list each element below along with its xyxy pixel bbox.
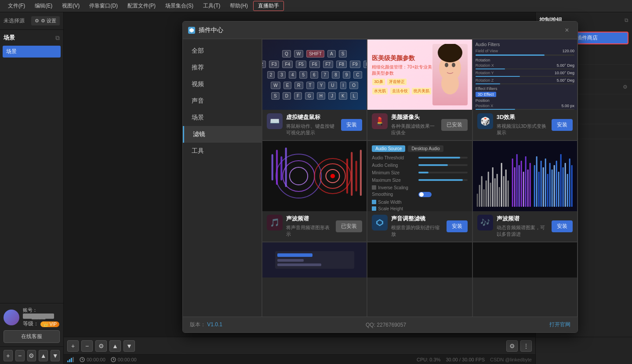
beauty-subtitle: 精细化颜值管理：70+款专业美颜美型参数	[372, 64, 432, 76]
menu-file[interactable]: 文件(F)	[4, 1, 29, 11]
nav-audio[interactable]: 声音	[183, 93, 262, 109]
smoothing-row: Smoothing	[372, 192, 467, 197]
nav-video[interactable]: 视频	[183, 76, 262, 93]
inverse-label: Inverse Scaling	[378, 185, 408, 190]
settings-button[interactable]: ⚙ ⚙ 设置	[31, 16, 60, 25]
svg-rect-70	[67, 360, 69, 362]
add-source-button[interactable]: +	[67, 340, 79, 352]
svg-line-76	[82, 360, 83, 360]
svg-rect-46	[529, 163, 530, 207]
svg-point-2	[441, 72, 459, 94]
modal-body: 全部 推荐 视频 声音 场景 滤镜 工具	[183, 39, 578, 317]
customer-service-button[interactable]: 在线客服	[4, 330, 60, 343]
keyboard-desc: 将鼠标动作、键盘按键可视化的显示	[286, 123, 338, 137]
source-section: 未选择源 ⚙ ⚙ 设置	[0, 12, 63, 30]
spectrum2-install-button[interactable]: 安装	[552, 220, 573, 232]
plugin-card-extra1: ...	[262, 242, 367, 317]
spectrum1-name: 声波频谱	[286, 215, 332, 223]
plugin-info-3d: 🎲 3D效果 将视频渲以3D形式变换展示 安装	[473, 110, 577, 140]
threshold-row: Audio Threshold	[372, 155, 467, 160]
level-row: 等级： 👑 VIP	[23, 320, 60, 328]
menu-dock[interactable]: 停靠窗口(D)	[85, 1, 122, 11]
account-name: 账号： ████	[23, 307, 60, 319]
audio-filter-install-button[interactable]: 安装	[447, 220, 468, 232]
status-bar: 00:00:00 00:00:00 CPU: 0.3% 30.00 / 30.0…	[64, 354, 535, 364]
cpu-display: CPU: 0.3%	[417, 357, 440, 362]
max-size-label: Maximum Size	[372, 178, 416, 183]
svg-rect-72	[71, 358, 72, 362]
scale-height-checkbox	[372, 206, 376, 211]
extra2-thumbnail	[367, 242, 472, 313]
source-config-button[interactable]: ⚙	[95, 340, 107, 352]
menu-view[interactable]: 视图(V)	[58, 1, 84, 11]
scene-title: 场景	[4, 34, 15, 42]
plugin-grid: QWSHIFTAS F2F3F4F5F6F7F8F9F1 23456789C	[262, 39, 578, 317]
add-scene-button[interactable]: +	[4, 350, 13, 361]
beauty-details: 美颜摄像头 各种美颜滤镜效果一应俱全	[391, 113, 437, 137]
nav-all[interactable]: 全部	[183, 43, 262, 59]
footer-official-link[interactable]: 打开官网	[549, 321, 570, 328]
menu-help[interactable]: 帮助(H)	[225, 1, 252, 11]
spectrum1-thumbnail	[262, 141, 367, 211]
source-down-button[interactable]: ▼	[123, 340, 135, 352]
audio-filter-icon	[372, 215, 388, 231]
3d-install-button[interactable]: 安装	[552, 119, 573, 131]
scene-item[interactable]: 场景	[3, 46, 61, 58]
tag-wrinkle: 去法令纹	[390, 88, 410, 94]
svg-point-4	[452, 63, 455, 67]
audio-filter-details: 声音调整滤镜 根据音源的级别进行缩放	[391, 215, 443, 238]
scene-down-button[interactable]: ▼	[51, 350, 60, 361]
svg-rect-52	[545, 159, 546, 207]
min-size-bar	[418, 172, 467, 173]
svg-rect-32	[496, 174, 498, 207]
keyboard-install-button[interactable]: 安装	[341, 119, 362, 131]
menu-scenes[interactable]: 场景集合(S)	[161, 1, 198, 11]
svg-point-16	[331, 174, 335, 178]
beauty-face-image	[432, 44, 468, 105]
plugin-card-spectrum2: 🎶 声波频谱 动态音频频谱图案，可以多音源进 安装	[472, 141, 578, 242]
3d-name: 3D效果	[497, 113, 548, 121]
nav-filter[interactable]: 滤镜	[183, 126, 262, 143]
menu-assistant[interactable]: 直播助手	[253, 1, 284, 11]
account-info: 账号： ████ 等级： 👑 VIP	[23, 307, 60, 328]
svg-point-8	[290, 167, 308, 185]
plugin-card-3d: Audio Filters Field of View 120.00	[472, 39, 578, 141]
svg-rect-34	[501, 163, 502, 207]
scene-up-button[interactable]: ▲	[39, 350, 48, 361]
avatar	[4, 310, 19, 325]
remove-scene-button[interactable]: −	[15, 350, 25, 361]
left-toolbar: + − ⚙ ▲ ▼	[0, 346, 63, 364]
desktop-audio-tab: Desktop Audio	[408, 145, 443, 152]
menu-tools[interactable]: 工具(T)	[199, 1, 225, 11]
svg-rect-68	[277, 259, 304, 262]
spectrum2-details: 声波频谱 动态音频频谱图案，可以多音源进	[497, 215, 548, 238]
plugin-info-audio-filter: 声音调整滤镜 根据音源的级别进行缩放 安装	[367, 211, 472, 241]
scale-width-label: Scale Width	[378, 200, 401, 205]
beauty-thumbnail: 医美级美颜参数 精细化颜值管理：70+款专业美颜美型参数 3D鼻 牙齿矫正 水光…	[367, 40, 472, 110]
source-up-button[interactable]: ▲	[109, 340, 121, 352]
tag-teeth: 牙齿矫正	[387, 79, 407, 85]
plugin-info-keyboard: ⌨️ 虚拟键盘鼠标 将鼠标动作、键盘按键可视化的显示 安装	[262, 110, 367, 140]
spectrum1-install-button[interactable]: 已安装	[336, 220, 362, 232]
beauty-install-button[interactable]: 已安装	[441, 119, 468, 131]
menu-profile[interactable]: 配置文件(P)	[123, 1, 160, 11]
3d-thumbnail: Audio Filters Field of View 120.00	[473, 40, 577, 110]
scene-section: 场景 ⧉	[0, 30, 63, 46]
crown-icon: 👑	[43, 322, 48, 327]
center-bottom-toolbar: + − ⚙ ▲ ▼ ⚙ ⋮	[64, 337, 535, 354]
menu-edit[interactable]: 编辑(E)	[30, 1, 57, 11]
source-more-button[interactable]: ⋮	[520, 340, 532, 352]
svg-rect-28	[487, 172, 489, 207]
nav-tools[interactable]: 工具	[183, 143, 262, 159]
modal-close-button[interactable]: ×	[562, 25, 572, 36]
nav-recommend[interactable]: 推荐	[183, 59, 262, 76]
plugin-info-beauty: 💄 美颜摄像头 各种美颜滤镜效果一应俱全 已安装	[367, 110, 472, 140]
audio-filter-desc: 根据音源的级别进行缩放	[391, 224, 443, 238]
source-gear2-button[interactable]: ⚙	[506, 340, 518, 352]
svg-rect-40	[516, 154, 517, 207]
svg-rect-27	[485, 180, 487, 207]
plugin-info-spectrum1: 🎵 声波频谱 将声音用频谱图形表示 已安装	[262, 211, 367, 241]
remove-source-button[interactable]: −	[81, 340, 93, 352]
scene-config-button[interactable]: ⚙	[27, 350, 36, 361]
nav-scene[interactable]: 场景	[183, 109, 262, 126]
